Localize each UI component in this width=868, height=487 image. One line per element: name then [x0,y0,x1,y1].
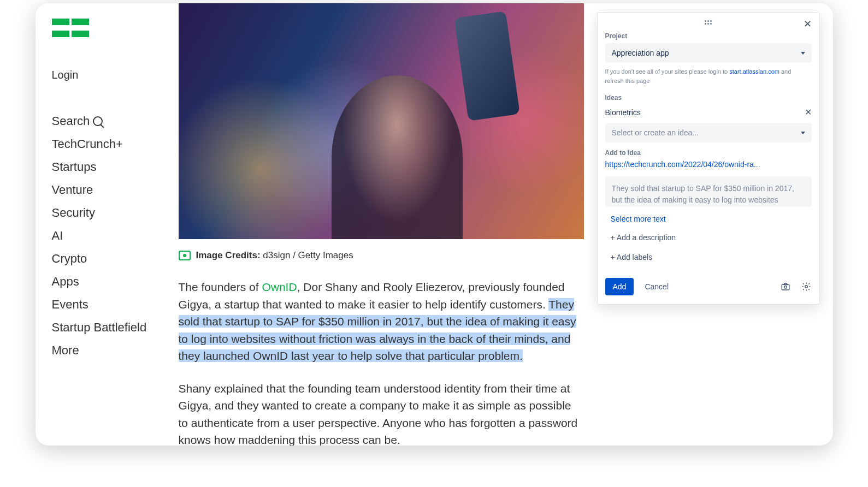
sidebar-item-label: TechCrunch+ [52,137,123,151]
extension-panel: ✕ Project Appreciation app If you don't … [597,12,820,305]
project-selected-value: Appreciation app [612,49,669,57]
add-button[interactable]: Add [605,278,634,295]
svg-rect-0 [782,284,789,290]
login-link[interactable]: Login [52,69,157,81]
drag-handle-icon[interactable] [705,20,712,25]
snippet-preview: They sold that startup to SAP for $350 m… [605,176,812,207]
chevron-down-icon [801,52,805,55]
project-select[interactable]: Appreciation app [605,43,812,63]
svg-point-1 [784,286,787,289]
remove-idea-icon[interactable]: ✕ [805,107,812,117]
source-url-link[interactable]: https://techcrunch.com/2022/04/26/ownid-… [605,160,812,169]
chevron-down-icon [801,132,805,134]
sidebar-item-label: Apps [52,275,79,289]
ideas-label: Ideas [605,94,812,102]
add-description-link[interactable]: + Add a description [605,228,812,247]
close-icon[interactable]: ✕ [804,19,812,29]
atlassian-link[interactable]: start.atlassian.com [729,68,780,75]
sidebar-item-crypto[interactable]: Crypto [52,247,157,270]
gear-icon[interactable] [801,282,812,292]
sidebar-item-label: Startups [52,160,97,174]
article-hero-image [179,3,584,239]
select-more-text-link[interactable]: Select more text [605,207,812,228]
idea-chip: Biometrics ✕ [605,105,812,123]
sidebar-item-label: Venture [52,183,93,197]
search-icon [93,116,103,126]
sidebar-item-apps[interactable]: Apps [52,270,157,293]
sidebar-item-venture[interactable]: Venture [52,179,157,201]
sidebar-item-label: Crypto [52,252,87,266]
project-label: Project [605,32,812,40]
sidebar-item-label: Search [52,114,90,128]
sidebar-item-label: AI [52,229,63,243]
idea-select[interactable]: Select or create an idea... [605,123,812,142]
sidebar-item-security[interactable]: Security [52,201,157,224]
sidebar-item-startups[interactable]: Startups [52,156,157,179]
article-paragraph-2: Shany explained that the founding team u… [179,380,584,446]
sidebar-item-label: More [52,343,79,358]
credits-value: d3sign / Getty Images [263,250,353,260]
sidebar-item-label: Startup Battlefield [52,320,147,335]
credits-label: Image Credits: [196,250,261,260]
screenshot-icon[interactable] [780,282,791,292]
logo[interactable] [52,19,157,37]
add-labels-link[interactable]: + Add labels [605,247,812,267]
ownid-link[interactable]: OwnID [262,281,297,293]
sidebar-item-label: Events [52,298,88,312]
sidebar-item-label: Security [52,206,95,220]
sidebar-item-techcrunchplus[interactable]: TechCrunch+ [52,133,157,156]
sidebar-item-events[interactable]: Events [52,293,157,316]
idea-placeholder: Select or create an idea... [612,128,699,137]
project-hint: If you don't see all of your sites pleas… [605,67,812,85]
sidebar-item-search[interactable]: Search [52,110,157,133]
idea-chip-label: Biometrics [605,108,641,117]
cancel-button[interactable]: Cancel [637,278,676,295]
sidebar-item-ai[interactable]: AI [52,224,157,247]
sidebar-item-startup-battlefield[interactable]: Startup Battlefield [52,316,157,339]
article-paragraph-1: The founders of OwnID, Dor Shany and Roo… [179,278,584,365]
svg-point-2 [805,286,807,288]
camera-icon [179,251,191,260]
add-to-idea-label: Add to idea [605,149,812,157]
sidebar-item-more[interactable]: More [52,339,157,362]
